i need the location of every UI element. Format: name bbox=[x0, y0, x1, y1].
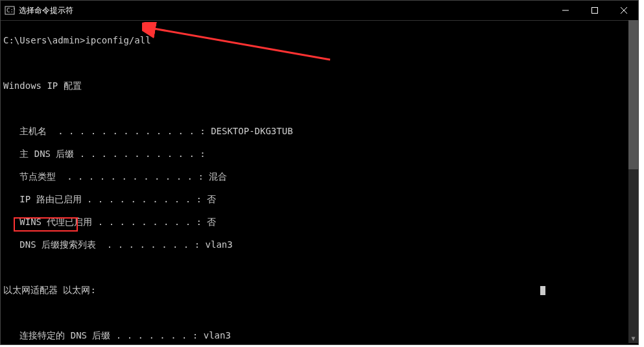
text-cursor bbox=[540, 286, 545, 295]
scrollbar-thumb[interactable] bbox=[628, 20, 638, 169]
title-controls bbox=[551, 1, 638, 20]
prompt-command: ipconfig/all bbox=[85, 35, 150, 47]
svg-text:C:\: C:\ bbox=[6, 7, 15, 14]
dns-search-value: vlan3 bbox=[206, 239, 233, 251]
dns-suffix-label: 主 DNS 后缀 . . . . . . . . . . . : bbox=[3, 149, 206, 160]
scrollbar[interactable]: ▼ bbox=[628, 20, 638, 343]
titlebar-left: C:\ 选择命令提示符 bbox=[1, 5, 73, 16]
prompt-path: C:\Users\admin> bbox=[3, 35, 85, 47]
cmd-icon: C:\ bbox=[5, 5, 15, 16]
conn-dns-value: vlan3 bbox=[204, 330, 231, 342]
wins-proxy-label: WINS 代理已启用 . . . . . . . . . : bbox=[3, 217, 207, 228]
node-type-label: 节点类型 . . . . . . . . . . . . : bbox=[3, 171, 209, 183]
close-button[interactable] bbox=[609, 1, 638, 20]
conn-dns-label: 连接特定的 DNS 后缀 . . . . . . . : bbox=[3, 330, 204, 342]
titlebar[interactable]: C:\ 选择命令提示符 bbox=[1, 1, 638, 21]
command-prompt-window: C:\ 选择命令提示符 C:\Users\admin>ipconfig/all … bbox=[0, 0, 639, 345]
scrollbar-down-arrow[interactable]: ▼ bbox=[628, 333, 638, 343]
terminal-content[interactable]: C:\Users\admin>ipconfig/all Windows IP 配… bbox=[1, 21, 638, 346]
minimize-button[interactable] bbox=[551, 1, 580, 20]
window-title: 选择命令提示符 bbox=[19, 5, 73, 16]
ip-routing-label: IP 路由已启用 . . . . . . . . . . : bbox=[3, 194, 207, 206]
node-type-value: 混合 bbox=[209, 171, 227, 183]
wins-proxy-value: 否 bbox=[207, 217, 216, 228]
svg-rect-3 bbox=[591, 8, 597, 14]
dns-search-label: DNS 后缀搜索列表 . . . . . . . . : bbox=[3, 239, 206, 251]
maximize-button[interactable] bbox=[580, 1, 609, 20]
hostname-label: 主机名 . . . . . . . . . . . . . : bbox=[3, 126, 211, 138]
section-header: Windows IP 配置 bbox=[3, 80, 636, 92]
ip-routing-value: 否 bbox=[207, 194, 216, 206]
hostname-value: DESKTOP-DKG3TUB bbox=[211, 126, 292, 138]
